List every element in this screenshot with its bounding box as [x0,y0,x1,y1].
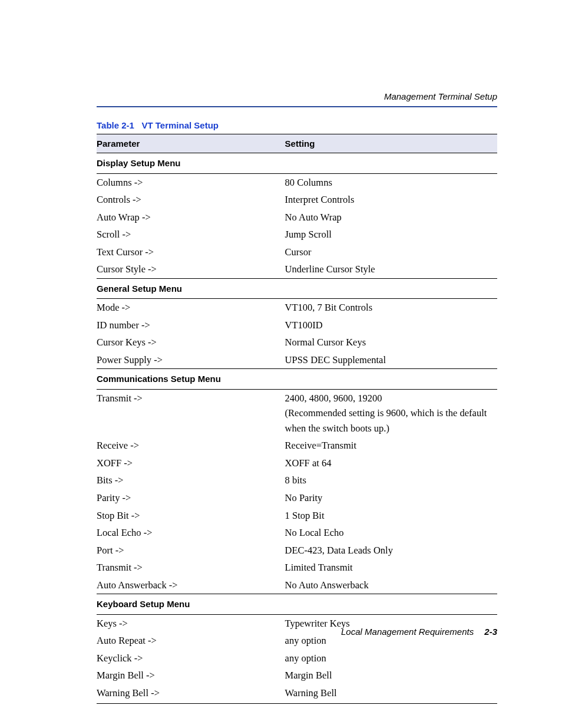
table-row: Stop Bit ->1 Stop Bit [97,507,497,525]
cell-setting: Normal Cursor Keys [285,334,497,351]
table-header-row: Parameter Setting [97,134,497,153]
caption-title: VT Terminal Setup [141,120,219,130]
section-title: Keyboard Setup Menu [97,594,497,614]
cell-parameter: Text Cursor -> [97,243,285,261]
cell-setting: Jump Scroll [285,226,497,243]
section-header: Display Setup Menu [97,153,497,173]
cell-parameter: Stop Bit -> [97,507,285,525]
table-row: Auto Answerback ->No Auto Answerback [97,577,497,594]
cell-setting: 1 Stop Bit [285,507,497,525]
table-row: Controls ->Interpret Controls [97,191,497,209]
cell-parameter: XOFF -> [97,454,285,472]
cell-parameter: Keyclick -> [97,650,285,667]
cell-parameter: Margin Bell -> [97,667,285,684]
table-row: Bits ->8 bits [97,472,497,489]
cell-parameter: Cursor Keys -> [97,334,285,351]
cell-setting: UPSS DEC Supplemental [285,351,497,369]
cell-setting: VT100, 7 Bit Controls [285,299,497,317]
table-row: Keyclick ->any option [97,650,497,667]
cell-setting: Underline Cursor Style [285,261,497,278]
table-caption: Table 2-1 VT Terminal Setup [97,120,497,130]
cell-setting: DEC-423, Data Leads Only [285,542,497,559]
page: Management Terminal Setup Table 2-1 VT T… [0,0,562,728]
cell-parameter: Power Supply -> [97,351,285,369]
section-title: Communications Setup Menu [97,369,497,389]
cell-setting: Interpret Controls [285,191,497,209]
cell-setting: Receive=Transmit [285,437,497,454]
table-row: Cursor Style ->Underline Cursor Style [97,261,497,278]
table-row: Power Supply ->UPSS DEC Supplemental [97,351,497,369]
footer-page-number: 2-3 [484,627,497,637]
vt-terminal-setup-table: Parameter Setting Display Setup MenuColu… [97,134,497,704]
cell-parameter: Mode -> [97,299,285,317]
page-footer: Local Management Requirements 2-3 [97,627,497,637]
table-row: ID number ->VT100ID [97,317,497,334]
table-row: Cursor Keys ->Normal Cursor Keys [97,334,497,351]
cell-setting: Margin Bell [285,667,497,684]
table-row: Auto Wrap ->No Auto Wrap [97,209,497,226]
cell-setting: 2400, 4800, 9600, 19200(Recommended sett… [285,389,497,437]
cell-setting: Warning Bell [285,684,497,704]
cell-parameter: Columns -> [97,173,285,191]
section-header: Communications Setup Menu [97,369,497,389]
table-row: Mode ->VT100, 7 Bit Controls [97,299,497,317]
table-row: Transmit ->Limited Transmit [97,559,497,577]
cell-setting: Cursor [285,243,497,261]
running-header: Management Terminal Setup [97,91,497,107]
cell-parameter: Local Echo -> [97,524,285,542]
header-parameter: Parameter [97,134,285,153]
cell-parameter: Port -> [97,542,285,559]
cell-parameter: Cursor Style -> [97,261,285,278]
header-setting: Setting [285,134,497,153]
cell-parameter: Receive -> [97,437,285,454]
section-header: Keyboard Setup Menu [97,594,497,614]
section-title: General Setup Menu [97,278,497,298]
cell-setting: No Local Echo [285,524,497,542]
table-row: Local Echo ->No Local Echo [97,524,497,542]
cell-setting: VT100ID [285,317,497,334]
table-row: Warning Bell ->Warning Bell [97,684,497,704]
table-row: Transmit ->2400, 4800, 9600, 19200(Recom… [97,389,497,437]
cell-parameter: Auto Wrap -> [97,209,285,226]
cell-setting: No Auto Answerback [285,577,497,594]
section-title: Display Setup Menu [97,153,497,173]
table-row: Receive ->Receive=Transmit [97,437,497,454]
cell-parameter: Transmit -> [97,559,285,577]
cell-parameter: Bits -> [97,472,285,489]
section-header: General Setup Menu [97,278,497,298]
running-header-text: Management Terminal Setup [384,91,497,101]
cell-setting: 80 Columns [285,173,497,191]
cell-setting: No Parity [285,489,497,507]
table-row: Parity ->No Parity [97,489,497,507]
cell-setting: any option [285,650,497,667]
cell-parameter: ID number -> [97,317,285,334]
table-row: Text Cursor ->Cursor [97,243,497,261]
cell-parameter: Controls -> [97,191,285,209]
cell-setting: Limited Transmit [285,559,497,577]
cell-parameter: Auto Answerback -> [97,577,285,594]
footer-title: Local Management Requirements [341,627,474,637]
table-row: XOFF ->XOFF at 64 [97,454,497,472]
table-row: Columns ->80 Columns [97,173,497,191]
cell-setting: 8 bits [285,472,497,489]
cell-parameter: Warning Bell -> [97,684,285,704]
cell-setting: XOFF at 64 [285,454,497,472]
table-row: Port ->DEC-423, Data Leads Only [97,542,497,559]
cell-parameter: Parity -> [97,489,285,507]
cell-parameter: Transmit -> [97,389,285,437]
table-row: Margin Bell ->Margin Bell [97,667,497,684]
table-row: Scroll ->Jump Scroll [97,226,497,243]
cell-parameter: Scroll -> [97,226,285,243]
caption-number: Table 2-1 [97,120,134,130]
cell-setting: No Auto Wrap [285,209,497,226]
